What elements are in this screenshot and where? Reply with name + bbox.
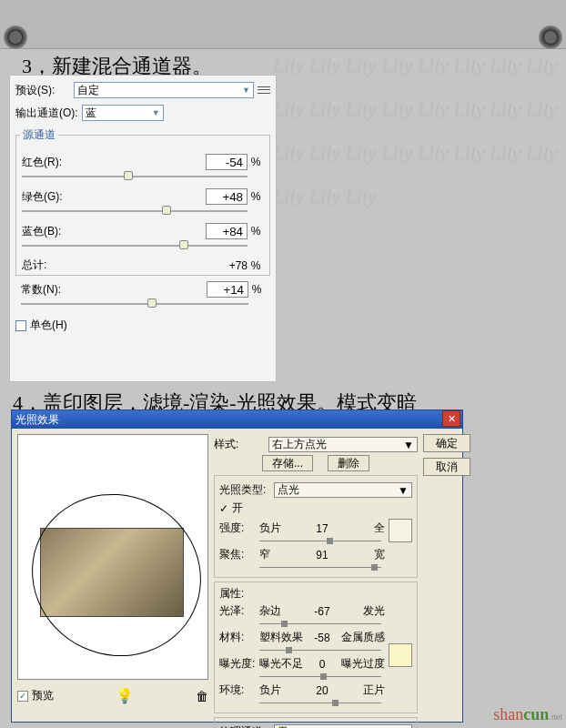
texture-dropdown[interactable]: 无▼ [274, 724, 412, 728]
monochrome-checkbox[interactable]: 单色(H) [15, 318, 270, 333]
blue-label: 蓝色(B): [22, 224, 75, 239]
constant-slider[interactable] [21, 298, 265, 310]
menu-icon[interactable] [258, 84, 270, 96]
constant-input[interactable] [207, 281, 248, 298]
output-channel-dropdown[interactable]: 蓝▼ [82, 105, 164, 121]
intensity-slider[interactable] [259, 538, 381, 545]
top-bar [0, 0, 566, 49]
ok-button[interactable]: 确定 [423, 434, 470, 452]
chevron-down-icon: ▼ [242, 86, 250, 95]
site-logo: shancun.net [493, 705, 562, 724]
lighting-effects-dialog: 光照效果 ✕ ✓预览 💡 🗑 样式:右上方点光▼ 存储...删除 光照类型:点光… [11, 410, 463, 723]
blue-slider[interactable] [22, 239, 264, 252]
green-input[interactable] [206, 188, 248, 205]
red-input[interactable] [206, 154, 248, 170]
chevron-down-icon: ▼ [152, 108, 160, 117]
dialog-titlebar: 光照效果 [12, 410, 462, 429]
properties-label: 属性: [219, 586, 412, 602]
light-type-dropdown[interactable]: 点光▼ [274, 482, 412, 498]
material-slider[interactable] [259, 647, 381, 654]
preset-label: 预设(S): [15, 83, 70, 98]
style-dropdown[interactable]: 右上方点光▼ [268, 437, 418, 452]
gloss-slider[interactable] [259, 621, 381, 628]
total-value: +78 [206, 259, 248, 272]
preview-canvas[interactable] [17, 434, 208, 680]
delete-button[interactable]: 删除 [328, 455, 369, 471]
constant-label: 常数(N): [21, 282, 74, 298]
cancel-button[interactable]: 取消 [423, 458, 470, 476]
save-button[interactable]: 存储... [262, 455, 313, 471]
trash-icon[interactable]: 🗑 [196, 689, 208, 703]
blue-input[interactable] [206, 223, 248, 239]
close-button[interactable]: ✕ [442, 410, 460, 427]
channel-mixer-panel: 预设(S): 自定▼ 输出通道(O): 蓝▼ 源通道 红色(R):% 绿色(G)… [9, 75, 277, 382]
focus-slider[interactable] [259, 564, 381, 571]
lightbulb-icon[interactable]: 💡 [116, 687, 134, 704]
ambient-color-swatch[interactable] [389, 643, 412, 667]
preset-dropdown[interactable]: 自定▼ [74, 82, 254, 98]
grommet-left [4, 25, 27, 49]
red-label: 红色(R): [22, 155, 75, 170]
source-channels-group: 源通道 红色(R):% 绿色(G):% 蓝色(B):% 总计:+78% [15, 127, 270, 276]
green-slider[interactable] [22, 205, 264, 217]
total-label: 总计: [22, 258, 75, 273]
output-channel-label: 输出通道(O): [15, 106, 78, 121]
grommet-right [539, 25, 562, 49]
exposure-slider[interactable] [259, 673, 381, 681]
preview-checkbox[interactable]: ✓预览 [17, 688, 54, 703]
on-checkbox[interactable]: ✓开 [219, 500, 412, 516]
group-legend: 源通道 [20, 127, 58, 143]
green-label: 绿色(G): [22, 189, 75, 205]
light-ellipse[interactable] [5, 467, 228, 684]
light-color-swatch[interactable] [389, 519, 412, 542]
ambient-slider[interactable] [259, 700, 381, 707]
red-slider[interactable] [22, 170, 264, 183]
